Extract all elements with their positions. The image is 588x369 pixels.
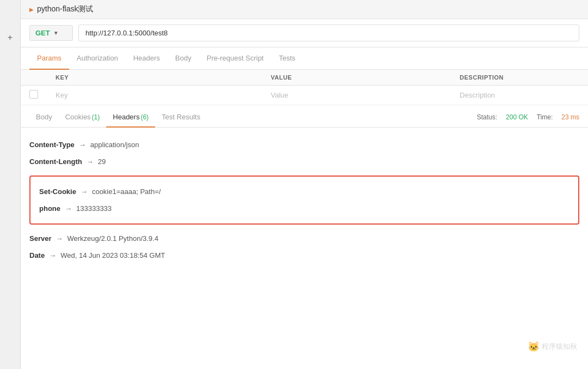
status-label: Status: [477,113,497,121]
method-label: GET [35,29,50,37]
left-sidebar: + [0,0,21,273]
headers-label: Headers [113,113,139,121]
arrow-icon-2: → [87,158,94,166]
time-value: 23 ms [561,113,579,121]
header-value-server: Werkzeug/2.0.1 Python/3.9.4 [67,234,158,243]
response-tab-headers[interactable]: Headers(6) [106,107,155,128]
header-date-row: Date → Wed, 14 Jun 2023 03:18:54 GMT [29,247,579,264]
header-set-cookie-row: Set-Cookie → cookie1=aaaa; Path=/ [39,183,569,200]
row-checkbox[interactable] [29,90,38,99]
cookies-badge: (1) [92,113,100,121]
main-content: ▶ python-flask测试 GET ▼ Params Authorizat… [21,0,588,273]
header-server-row: Server → Werkzeug/2.0.1 Python/3.9.4 [29,230,579,247]
tab-authorization[interactable]: Authorization [69,47,126,70]
params-table: KEY VALUE DESCRIPTION Key Value Descript… [21,70,588,105]
tab-params[interactable]: Params [29,47,69,70]
response-headers-body: Content-Type → application/json Content-… [21,128,588,273]
header-key-content-type: Content-Type [29,141,75,149]
headers-badge: (6) [140,113,149,121]
response-tab-test-results[interactable]: Test Results [155,107,207,128]
collection-bar: ▶ python-flask测试 [21,0,588,19]
header-key-content-length: Content-Length [29,158,82,166]
method-select[interactable]: GET ▼ [29,25,73,41]
header-phone-row: phone → 133333333 [39,200,569,217]
col-header-description: DESCRIPTION [451,70,588,86]
header-key-set-cookie: Set-Cookie [39,187,76,196]
col-header-value: VALUE [262,70,451,86]
header-key-date: Date [29,251,45,259]
tab-tests[interactable]: Tests [271,47,303,70]
header-key-phone: phone [39,204,60,213]
tab-pre-request-script[interactable]: Pre-request Script [199,47,271,70]
arrow-icon-5: → [56,234,63,243]
arrow-icon: → [79,141,86,149]
value-cell[interactable]: Value [262,86,451,105]
response-tab-cookies[interactable]: Cookies(1) [59,107,107,128]
collection-name: python-flask测试 [37,4,93,14]
response-tab-body[interactable]: Body [29,107,59,128]
url-input[interactable] [78,25,579,41]
table-row: Key Value Description [21,86,588,105]
method-dropdown-arrow: ▼ [53,30,59,36]
desc-cell[interactable]: Description [451,86,588,105]
header-content-type-row: Content-Type → application/json [29,136,579,153]
tab-headers[interactable]: Headers [126,47,168,70]
header-value-set-cookie: cookie1=aaaa; Path=/ [92,187,161,196]
highlighted-headers-section: Set-Cookie → cookie1=aaaa; Path=/ phone … [29,176,579,225]
header-content-length-row: Content-Length → 29 [29,153,579,170]
cookies-label: Cookies [65,113,91,121]
header-value-content-length: 29 [98,158,106,166]
url-bar: GET ▼ [21,19,588,47]
header-value-content-type: application/json [90,141,139,149]
arrow-icon-4: → [65,204,72,213]
header-key-server: Server [29,234,51,243]
header-value-date: Wed, 14 Jun 2023 03:18:54 GMT [60,251,165,259]
add-icon[interactable]: + [8,33,13,43]
tab-body[interactable]: Body [168,47,199,70]
response-tabs-bar: Body Cookies(1) Headers(6) Test Results … [21,107,588,128]
arrow-icon-3: → [81,187,88,196]
status-info: Status: 200 OK Time: 23 ms [477,113,579,121]
status-value: 200 OK [506,113,528,121]
arrow-icon-6: → [49,251,56,259]
col-header-key: KEY [47,70,262,86]
key-cell[interactable]: Key [47,86,262,105]
request-tabs-bar: Params Authorization Headers Body Pre-re… [21,47,588,70]
time-label: Time: [537,113,553,121]
expand-icon[interactable]: ▶ [29,7,34,13]
header-value-phone: 133333333 [76,204,112,213]
